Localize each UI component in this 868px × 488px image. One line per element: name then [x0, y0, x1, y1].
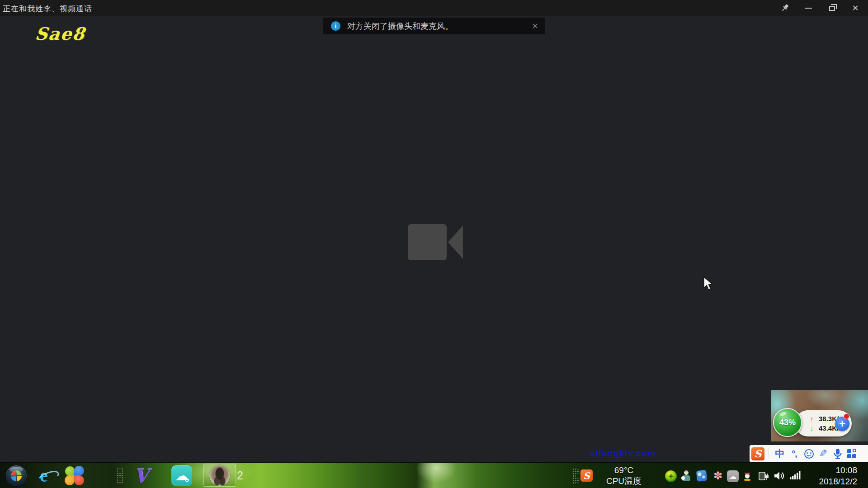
- titlebar: 正在和我姓李、视频通话 ✕: [0, 0, 868, 16]
- tray-flower-icon[interactable]: ✽: [712, 470, 723, 481]
- cpu-temp-label: CPU温度: [604, 476, 644, 487]
- sogou-input-toolbar: S 中 °, ✎: [750, 445, 868, 462]
- taskbar-separator-dots: [117, 468, 123, 484]
- cpu-temp-value: 69°C: [604, 465, 644, 476]
- toolbox-button[interactable]: [845, 446, 859, 461]
- tray-network-signal-icon[interactable]: [789, 470, 801, 480]
- smiley-icon: [804, 449, 814, 459]
- taskbar: e V ☁ ↻ 2 S 69°C CPU温度 +: [0, 462, 868, 488]
- minimize-icon: [805, 8, 812, 9]
- tray-qq-icon[interactable]: [743, 469, 751, 481]
- close-icon: ✕: [852, 3, 859, 13]
- taskbar-badge-count: 2: [237, 469, 243, 482]
- download-arrow-icon: ↓: [810, 424, 816, 432]
- tray-gray-cloud-icon[interactable]: ☁: [727, 470, 739, 482]
- taskbar-active-window-button[interactable]: [203, 464, 236, 487]
- ie-icon: e: [40, 467, 48, 485]
- camera-off-icon: [408, 224, 463, 260]
- memory-percent: 43%: [779, 418, 796, 427]
- sogou-logo[interactable]: S: [751, 447, 764, 460]
- language-mode-button[interactable]: 中: [773, 446, 787, 461]
- restore-button[interactable]: [822, 1, 842, 15]
- cloud-sync-icon: ☁ ↻: [171, 465, 192, 486]
- notification-dot: [844, 413, 849, 419]
- voice-input-button[interactable]: [830, 446, 845, 461]
- upload-arrow-icon: ↑: [810, 415, 816, 422]
- notification-banner: i 对方关闭了摄像头和麦克风。 ✕: [323, 18, 545, 34]
- start-button[interactable]: [4, 463, 29, 488]
- mouse-cursor: [703, 277, 715, 292]
- tray-sogou-icon[interactable]: S: [580, 469, 593, 482]
- camera-lens-triangle: [448, 225, 463, 259]
- tray-clock[interactable]: 10:08 2018/12/2: [804, 465, 857, 487]
- taskbar-petals-app[interactable]: [62, 463, 86, 488]
- punctuation-mode-button[interactable]: °,: [787, 446, 802, 461]
- tray-phone-assistant-icon[interactable]: [696, 470, 707, 482]
- cpu-temp-widget[interactable]: 69°C CPU温度: [604, 465, 644, 487]
- handwriting-button[interactable]: ✎: [816, 446, 830, 461]
- toolbar-divider: [769, 448, 769, 459]
- watermark-text: sifangktv.com: [590, 448, 656, 459]
- clock-time: 10:08: [804, 465, 857, 476]
- video-call-app: 正在和我姓李、视频通话 ✕ i 对方关闭了摄像头和麦克风。 ✕ Sae8: [0, 0, 868, 488]
- minimize-button[interactable]: [798, 1, 818, 15]
- pen-icon: ✎: [819, 448, 827, 460]
- window-controls: ✕: [775, 0, 865, 16]
- toolbox-grid-icon: [847, 449, 857, 459]
- tray-volume-icon[interactable]: [774, 470, 786, 481]
- tray-360safe-icon[interactable]: +: [665, 470, 677, 482]
- mic-icon: [833, 448, 843, 459]
- v-icon: V: [134, 465, 148, 487]
- taskbar-v-app[interactable]: V: [128, 463, 154, 488]
- window-title: 正在和我姓李、视频通话: [3, 4, 92, 14]
- info-icon: i: [331, 21, 340, 31]
- pin-icon: [780, 3, 790, 13]
- taskbar-internet-explorer[interactable]: e: [33, 463, 55, 488]
- close-button[interactable]: ✕: [845, 1, 865, 15]
- clock-date: 2018/12/2: [804, 476, 857, 487]
- tray-usb-remove-icon[interactable]: [758, 470, 769, 482]
- tray-master-icon[interactable]: [681, 470, 691, 481]
- camera-body: [408, 224, 447, 260]
- emoji-button[interactable]: [802, 446, 816, 461]
- app-logo: Sae8: [34, 23, 86, 44]
- notification-close-icon[interactable]: ✕: [532, 21, 538, 31]
- memory-ball-widget[interactable]: 43%: [773, 408, 802, 437]
- tray-separator-dots: [572, 468, 579, 483]
- pin-button[interactable]: [775, 1, 795, 15]
- windows-orb-icon: [6, 465, 27, 486]
- taskbar-cloud-app[interactable]: ☁ ↻: [170, 463, 193, 488]
- video-preview-thumbnail[interactable]: 43% ↑ 38.3K/s ↓ 43.4K/s +: [771, 390, 868, 441]
- restore-icon: [829, 6, 835, 11]
- petals-icon: [64, 466, 84, 486]
- notification-text: 对方关闭了摄像头和麦克风。: [347, 21, 453, 32]
- avatar: [209, 465, 230, 486]
